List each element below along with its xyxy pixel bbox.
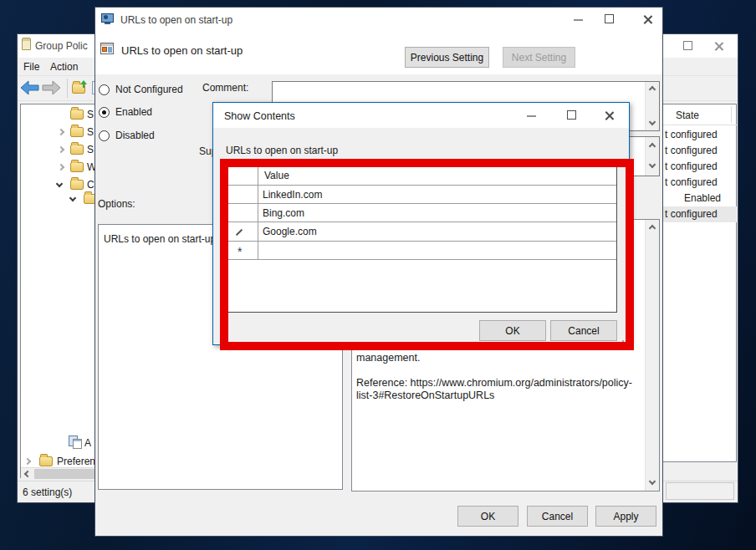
folder-icon (70, 127, 84, 137)
tree-item[interactable]: C (50, 177, 100, 192)
scroll-left-icon[interactable] (24, 471, 31, 477)
policy-maximize-button[interactable] (600, 12, 617, 27)
folder-icon (70, 145, 84, 155)
radio-disabled-label[interactable]: Disabled (115, 130, 155, 142)
state-cell: t configured (665, 129, 718, 141)
sc-minimize-button[interactable] (523, 108, 539, 123)
scroll-up-icon[interactable] (649, 225, 656, 232)
maximize-icon (567, 110, 576, 120)
tree-item-label: Preferen (57, 456, 95, 468)
help-line-1: management. (356, 352, 420, 364)
forward-arrow-icon (42, 80, 61, 95)
help-scrollbar[interactable] (645, 220, 659, 491)
scroll-down-icon[interactable] (649, 478, 656, 485)
list-hscrollbar[interactable] (663, 462, 737, 473)
state-cell: t configured (665, 145, 718, 157)
chevron-down-icon[interactable] (69, 195, 76, 201)
policy-minimize-button[interactable] (570, 12, 586, 27)
cancel-button[interactable]: Cancel (527, 506, 588, 527)
sc-maximize-button[interactable] (563, 108, 580, 123)
chevron-right-icon[interactable] (58, 164, 64, 171)
tree-item[interactable]: S (50, 142, 100, 157)
show-contents-title: Show Contents (224, 110, 295, 123)
state-header-underline (663, 125, 737, 125)
comment-label: Comment: (202, 82, 248, 94)
annotation-highlight-rectangle (220, 159, 634, 350)
policy-setting-icon (100, 43, 115, 56)
apply-button[interactable]: Apply (595, 506, 656, 527)
status-text: 6 setting(s) (23, 486, 72, 499)
up-one-level-button[interactable] (71, 80, 89, 95)
gpmc-close-button[interactable] (711, 38, 728, 53)
tree-item-label: S (87, 126, 94, 139)
back-arrow-icon (20, 80, 39, 95)
chevron-right-icon[interactable] (24, 458, 31, 465)
folder-icon (39, 456, 53, 466)
help-line-2: Reference: https://www.chromium.org/admi… (356, 377, 632, 390)
options-label: Options: (98, 198, 135, 211)
radio-not-configured[interactable] (99, 84, 110, 95)
options-setting-label: URLs to open on start-up (104, 233, 216, 246)
radio-enabled[interactable] (99, 107, 110, 118)
gpmc-menu-action[interactable]: Action (50, 61, 78, 74)
list-footer-box (666, 482, 734, 500)
tree-item[interactable]: S (50, 107, 100, 122)
back-button[interactable] (20, 80, 39, 95)
chevron-down-icon[interactable] (56, 181, 63, 187)
ok-button[interactable]: OK (457, 506, 518, 527)
forward-button[interactable] (42, 80, 61, 95)
gpmc-maximize-button[interactable] (680, 38, 697, 53)
folder-icon (70, 162, 84, 172)
policy-dialog-title-icon (101, 13, 115, 26)
radio-not-configured-label[interactable]: Not Configured (115, 84, 183, 96)
tree-item-label: C (87, 179, 94, 191)
policy-setting-title: URLs to open on start-up (121, 44, 243, 57)
folder-icon (70, 180, 84, 190)
close-icon (643, 14, 653, 24)
maximize-icon (605, 14, 614, 23)
tree-item-label: S (87, 109, 94, 121)
help-line-3: list-3#RestoreOnStartupURLs (356, 390, 494, 402)
close-icon (714, 41, 724, 51)
minimize-icon (574, 19, 583, 21)
state-cell: t configured (665, 176, 718, 189)
tree-item-label: A (84, 437, 91, 450)
state-cell-enabled: Enabled (684, 192, 721, 205)
close-icon (605, 110, 615, 120)
chevron-right-icon[interactable] (58, 129, 64, 135)
sc-close-button[interactable] (600, 108, 617, 123)
state-column-header[interactable]: State (676, 109, 699, 122)
chevron-right-icon[interactable] (58, 146, 64, 153)
show-contents-list-label: URLs to open on start-up (226, 145, 338, 157)
state-column-separator[interactable] (731, 106, 732, 123)
folder-icon (70, 109, 84, 120)
maximize-icon (683, 41, 692, 50)
radio-disabled[interactable] (99, 130, 110, 141)
desktop: Group Polic File Action S S S W (0, 0, 756, 550)
policy-dialog-title: URLs to open on start-up (120, 14, 232, 27)
policy-close-button[interactable] (639, 12, 656, 27)
tree-item[interactable]: W (50, 160, 100, 175)
previous-setting-button[interactable]: Previous Setting (405, 47, 489, 68)
toolbar-separator (67, 79, 68, 98)
next-setting-button[interactable]: Next Setting (503, 47, 575, 68)
tree-item-label: S (87, 144, 94, 156)
state-cell: t configured (665, 160, 718, 173)
tree-item[interactable]: S (50, 125, 100, 140)
gpmc-menu-file[interactable]: File (23, 61, 39, 74)
green-up-arrow-icon (79, 80, 88, 89)
radio-enabled-label[interactable]: Enabled (115, 106, 152, 119)
minimize-icon (527, 115, 536, 117)
state-cell: t configured (665, 208, 718, 221)
gpmc-logo-icon (22, 38, 31, 50)
gpmc-title: Group Polic (35, 40, 88, 53)
admin-templates-icon-front (73, 439, 82, 449)
